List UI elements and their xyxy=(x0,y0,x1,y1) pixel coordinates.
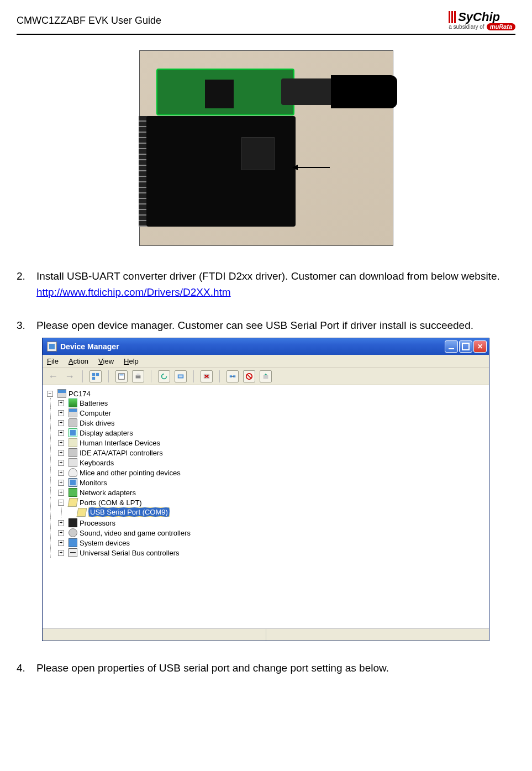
menu-file[interactable]: File xyxy=(47,357,59,365)
expand-icon[interactable]: + xyxy=(58,530,64,536)
menu-label: ction xyxy=(73,357,88,365)
uninstall-icon[interactable] xyxy=(201,370,213,382)
svg-rect-5 xyxy=(136,376,141,379)
tree-node-usb[interactable]: +Universal Serial Bus controllers xyxy=(58,548,484,557)
svg-rect-1 xyxy=(96,373,99,376)
menu-action[interactable]: Action xyxy=(69,357,88,365)
computer-icon xyxy=(69,408,77,417)
hid-icon xyxy=(69,438,77,447)
instruction-step-4: 4. Please open properties of USB serial … xyxy=(17,660,515,676)
tree-node-system[interactable]: +System devices xyxy=(58,538,484,547)
driver-download-link[interactable]: http://www.ftdichip.com/Drivers/D2XX.htm xyxy=(36,286,231,298)
tree-node-sound[interactable]: +Sound, video and game controllers xyxy=(58,528,484,537)
computer-icon xyxy=(57,389,66,398)
tree-root[interactable]: − PC174 xyxy=(47,389,484,398)
forward-arrow-icon[interactable]: → xyxy=(64,371,76,382)
tree-node-ide[interactable]: +IDE ATA/ATAPI controllers xyxy=(58,448,484,457)
node-label: Computer xyxy=(80,409,111,417)
tree-node-batteries[interactable]: +Batteries xyxy=(58,398,484,407)
tree-node-monitors[interactable]: +Monitors xyxy=(58,478,484,487)
separator-icon xyxy=(108,370,109,382)
usb-uart-board xyxy=(156,69,294,116)
tree-node-hid[interactable]: +Human Interface Devices xyxy=(58,438,484,447)
refresh-icon[interactable] xyxy=(158,370,170,382)
collapse-icon[interactable]: − xyxy=(47,391,53,397)
node-label-selected: USB Serial Port (COM9) xyxy=(88,507,170,517)
update-driver-icon[interactable] xyxy=(260,370,272,382)
instruction-step-3: 3. Please open device manager. Customer … xyxy=(17,317,515,333)
expand-icon[interactable]: + xyxy=(58,450,64,456)
usb-cable-icon xyxy=(331,75,397,108)
svg-rect-2 xyxy=(92,377,95,380)
node-label: Network adapters xyxy=(80,489,136,497)
node-label: Disk drives xyxy=(80,419,115,427)
expand-icon[interactable]: + xyxy=(58,410,64,416)
window-titlebar[interactable]: Device Manager xyxy=(43,338,489,355)
expand-icon[interactable]: + xyxy=(58,420,64,426)
separator-icon xyxy=(82,370,83,382)
expand-icon[interactable]: + xyxy=(58,520,64,526)
properties-icon[interactable] xyxy=(115,370,128,382)
window-title: Device Manager xyxy=(60,342,445,351)
step-text: Please open device manager. Customer can… xyxy=(36,319,473,331)
node-label: PC174 xyxy=(69,390,91,398)
tree-node-network[interactable]: +Network adapters xyxy=(58,488,484,497)
expand-icon[interactable]: + xyxy=(58,480,64,486)
ide-icon xyxy=(69,448,77,457)
collapse-icon[interactable]: − xyxy=(58,500,64,506)
expand-icon[interactable]: + xyxy=(58,470,64,476)
disable-device-icon[interactable] xyxy=(243,370,255,382)
expand-icon[interactable]: + xyxy=(58,540,64,546)
expand-icon[interactable]: + xyxy=(58,430,64,436)
expand-icon[interactable]: + xyxy=(58,460,64,466)
print-icon[interactable] xyxy=(132,370,144,382)
svg-rect-0 xyxy=(92,373,95,376)
step-number: 2. xyxy=(17,268,29,301)
expand-icon[interactable]: + xyxy=(58,400,64,406)
tree-node-usb-serial-port[interactable]: USB Serial Port (COM9) xyxy=(69,507,484,517)
separator-icon xyxy=(193,370,194,382)
tree-node-processors[interactable]: +Processors xyxy=(58,518,484,527)
expand-icon[interactable]: + xyxy=(58,440,64,446)
module-board xyxy=(146,116,296,227)
menu-help[interactable]: Help xyxy=(124,357,139,365)
node-label: Display adapters xyxy=(80,429,133,437)
expand-icon[interactable]: + xyxy=(58,550,64,556)
display-icon xyxy=(69,428,77,437)
node-label: Processors xyxy=(80,519,115,527)
hardware-photo xyxy=(139,50,393,246)
separator-icon xyxy=(219,370,220,382)
svg-rect-8 xyxy=(179,376,183,378)
status-bar xyxy=(43,628,489,641)
tree-node-display[interactable]: +Display adapters xyxy=(58,428,484,437)
scan-hardware-icon[interactable] xyxy=(175,370,187,382)
tree-node-computer[interactable]: +Computer xyxy=(58,408,484,417)
disk-icon xyxy=(69,418,77,427)
menu-view[interactable]: View xyxy=(98,357,114,365)
back-arrow-icon[interactable]: ← xyxy=(47,371,59,382)
usb-plug-icon xyxy=(281,78,331,105)
svg-rect-12 xyxy=(231,376,234,377)
device-manager-window: Device Manager File Action View Help ← → xyxy=(42,338,489,641)
expand-icon[interactable]: + xyxy=(58,490,64,496)
tree-node-mice[interactable]: +Mice and other pointing devices xyxy=(58,468,484,477)
ic-chip-icon xyxy=(241,137,275,170)
maximize-button[interactable] xyxy=(459,340,472,353)
node-label: Universal Serial Bus controllers xyxy=(80,549,180,557)
tree-node-disk[interactable]: +Disk drives xyxy=(58,418,484,427)
port-icon xyxy=(68,498,78,507)
minimize-button[interactable] xyxy=(445,340,458,353)
device-tree[interactable]: − PC174 +Batteries +Computer +Disk drive… xyxy=(43,385,489,628)
node-label: Batteries xyxy=(80,399,108,407)
close-button[interactable] xyxy=(473,340,487,353)
network-scan-icon[interactable] xyxy=(227,370,239,382)
tree-node-ports[interactable]: −Ports (COM & LPT) xyxy=(58,498,484,507)
processor-icon xyxy=(69,518,77,527)
logo-subtext: a subsidiary of xyxy=(449,24,484,30)
logo-bars-icon xyxy=(449,11,456,23)
logo-parent-brand: muRata xyxy=(487,23,515,30)
tree-view-icon[interactable] xyxy=(89,370,102,382)
arrow-left-icon xyxy=(297,167,330,168)
menu-bar: File Action View Help xyxy=(43,355,489,368)
tree-node-keyboards[interactable]: +Keyboards xyxy=(58,458,484,467)
